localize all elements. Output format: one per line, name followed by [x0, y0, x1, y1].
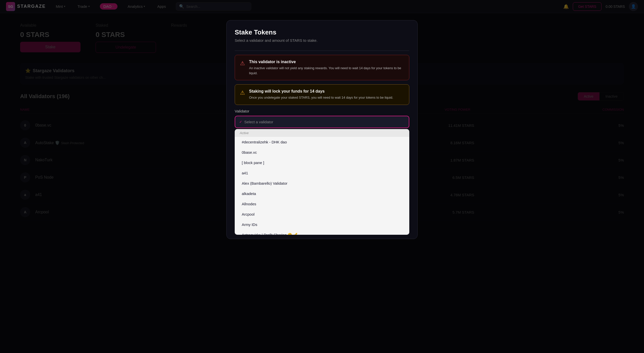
check-icon: ✓	[239, 120, 242, 124]
dropdown-item[interactable]: Allnodes	[235, 199, 409, 209]
alert-inactive-title: This validator is inactive	[249, 60, 404, 64]
modal-overlay[interactable]: Stake Tokens Select a validator and amou…	[0, 0, 644, 353]
modal-divider	[235, 51, 409, 51]
validator-select-box[interactable]: ✓ Select a validator	[235, 116, 409, 128]
dropdown-item[interactable]: Alex (Bambarello) Validator	[235, 178, 409, 188]
dropdown-item[interactable]: [ block pane ]	[235, 158, 409, 168]
dropdown-item[interactable]: Astroquirks | Profit Sharing 🤗 💰	[235, 230, 409, 235]
modal-title: Stake Tokens	[235, 28, 409, 36]
stake-modal: Stake Tokens Select a validator and amou…	[226, 20, 418, 239]
dropdown-item[interactable]: a41	[235, 168, 409, 178]
alert-inactive: ⚠ This validator is inactive An inactive…	[235, 55, 409, 80]
warning-icon: ⚠	[240, 60, 245, 67]
dropdown-item[interactable]: alkadeta	[235, 188, 409, 199]
validator-dropdown: Active #decentralizehk - DHK dao 0base.v…	[235, 129, 409, 235]
dropdown-item[interactable]: #decentralizehk - DHK dao	[235, 137, 409, 147]
validator-select-section: Validator ✓ Select a validator Active #d…	[227, 109, 417, 239]
dropdown-item[interactable]: 0base.vc	[235, 147, 409, 158]
dropdown-item[interactable]: Army IDs	[235, 219, 409, 230]
select-container: ✓ Select a validator Active #decentraliz…	[235, 116, 409, 235]
modal-header: Stake Tokens Select a validator and amou…	[227, 20, 417, 47]
validator-label: Validator	[235, 109, 409, 113]
select-placeholder-text: Select a validator	[244, 120, 273, 124]
dropdown-item[interactable]: Arcpool	[235, 209, 409, 219]
alert-warning: ⚠ Staking will lock your funds for 14 da…	[235, 84, 409, 105]
modal-subtitle: Select a validator and amount of STARS t…	[235, 38, 409, 43]
warning-lock-icon: ⚠	[240, 90, 245, 96]
dropdown-group-active: Active	[235, 129, 409, 137]
alert-warning-text: Once you undelegate your staked STARS, y…	[249, 95, 393, 100]
alert-warning-title: Staking will lock your funds for 14 days	[249, 89, 393, 94]
alert-inactive-text: An inactive validator will not yield any…	[249, 66, 404, 75]
